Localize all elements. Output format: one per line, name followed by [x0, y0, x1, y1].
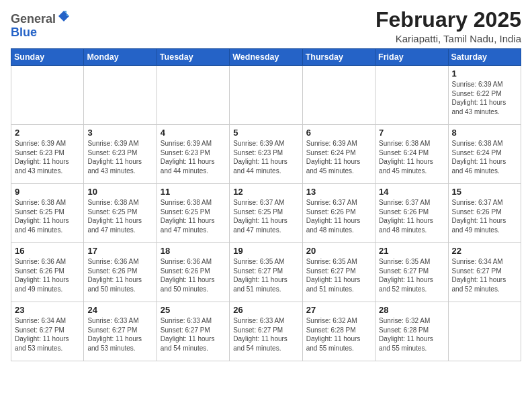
- calendar-cell: 24Sunrise: 6:33 AM Sunset: 6:27 PM Dayli…: [84, 302, 157, 361]
- calendar-cell: 25Sunrise: 6:33 AM Sunset: 6:27 PM Dayli…: [157, 302, 229, 361]
- calendar-cell: 26Sunrise: 6:33 AM Sunset: 6:27 PM Dayli…: [230, 302, 302, 361]
- calendar-cell: 5Sunrise: 6:39 AM Sunset: 6:23 PM Daylig…: [230, 125, 302, 184]
- calendar-table: SundayMondayTuesdayWednesdayThursdayFrid…: [11, 48, 521, 361]
- calendar-cell: 14Sunrise: 6:37 AM Sunset: 6:26 PM Dayli…: [375, 184, 448, 243]
- month-title: February 2025: [375, 8, 521, 32]
- calendar-cell: 7Sunrise: 6:38 AM Sunset: 6:24 PM Daylig…: [375, 125, 448, 184]
- day-number: 13: [306, 187, 371, 197]
- day-info: Sunrise: 6:37 AM Sunset: 6:26 PM Dayligh…: [452, 198, 517, 234]
- day-info: Sunrise: 6:38 AM Sunset: 6:25 PM Dayligh…: [87, 198, 152, 234]
- day-number: 14: [379, 187, 444, 197]
- header: General Blue February 2025 Kariapatti, T…: [11, 8, 521, 44]
- day-info: Sunrise: 6:39 AM Sunset: 6:23 PM Dayligh…: [87, 139, 152, 175]
- day-info: Sunrise: 6:38 AM Sunset: 6:25 PM Dayligh…: [161, 198, 226, 234]
- calendar-cell: 28Sunrise: 6:32 AM Sunset: 6:28 PM Dayli…: [375, 302, 448, 361]
- day-info: Sunrise: 6:39 AM Sunset: 6:23 PM Dayligh…: [233, 139, 298, 175]
- calendar-cell: 22Sunrise: 6:34 AM Sunset: 6:27 PM Dayli…: [448, 243, 521, 302]
- day-info: Sunrise: 6:33 AM Sunset: 6:27 PM Dayligh…: [161, 316, 226, 353]
- day-number: 26: [233, 305, 298, 315]
- day-number: 7: [379, 128, 444, 138]
- day-info: Sunrise: 6:38 AM Sunset: 6:24 PM Dayligh…: [452, 139, 517, 175]
- day-number: 10: [87, 187, 152, 197]
- location-title: Kariapatti, Tamil Nadu, India: [375, 33, 521, 44]
- calendar-cell: 23Sunrise: 6:34 AM Sunset: 6:27 PM Dayli…: [11, 302, 84, 361]
- title-area: February 2025 Kariapatti, Tamil Nadu, In…: [375, 8, 521, 44]
- logo-icon: [57, 9, 71, 23]
- day-number: 11: [161, 187, 226, 197]
- day-header-tuesday: Tuesday: [157, 49, 229, 66]
- day-info: Sunrise: 6:39 AM Sunset: 6:22 PM Dayligh…: [452, 80, 517, 116]
- day-info: Sunrise: 6:37 AM Sunset: 6:26 PM Dayligh…: [379, 198, 444, 234]
- calendar-cell: 15Sunrise: 6:37 AM Sunset: 6:26 PM Dayli…: [448, 184, 521, 243]
- calendar-cell: 19Sunrise: 6:35 AM Sunset: 6:27 PM Dayli…: [230, 243, 302, 302]
- day-number: 17: [87, 246, 152, 256]
- day-header-sunday: Sunday: [11, 49, 84, 66]
- logo-area: General Blue: [11, 8, 71, 40]
- day-header-saturday: Saturday: [448, 49, 521, 66]
- day-number: 8: [452, 128, 517, 138]
- week-row-0: 1Sunrise: 6:39 AM Sunset: 6:22 PM Daylig…: [11, 66, 521, 125]
- week-row-2: 9Sunrise: 6:38 AM Sunset: 6:25 PM Daylig…: [11, 184, 521, 243]
- day-number: 24: [87, 305, 152, 315]
- day-header-monday: Monday: [84, 49, 157, 66]
- day-number: 19: [233, 246, 298, 256]
- logo-general: General: [11, 12, 56, 26]
- calendar-cell: 13Sunrise: 6:37 AM Sunset: 6:26 PM Dayli…: [302, 184, 375, 243]
- day-info: Sunrise: 6:34 AM Sunset: 6:27 PM Dayligh…: [15, 316, 80, 353]
- day-info: Sunrise: 6:33 AM Sunset: 6:27 PM Dayligh…: [87, 316, 152, 353]
- logo-text: General: [11, 11, 71, 26]
- day-number: 25: [161, 305, 226, 315]
- day-number: 4: [161, 128, 226, 138]
- logo-blue-text: Blue: [11, 26, 71, 40]
- day-number: 5: [233, 128, 298, 138]
- day-info: Sunrise: 6:39 AM Sunset: 6:23 PM Dayligh…: [161, 139, 226, 175]
- calendar-cell: 17Sunrise: 6:36 AM Sunset: 6:26 PM Dayli…: [84, 243, 157, 302]
- calendar-cell: [302, 66, 375, 125]
- calendar-cell: 27Sunrise: 6:32 AM Sunset: 6:28 PM Dayli…: [302, 302, 375, 361]
- calendar-cell: [84, 66, 157, 125]
- day-info: Sunrise: 6:32 AM Sunset: 6:28 PM Dayligh…: [379, 316, 444, 353]
- day-header-friday: Friday: [375, 49, 448, 66]
- day-info: Sunrise: 6:37 AM Sunset: 6:26 PM Dayligh…: [306, 198, 371, 234]
- day-number: 12: [233, 187, 298, 197]
- day-number: 1: [452, 68, 517, 79]
- day-info: Sunrise: 6:36 AM Sunset: 6:26 PM Dayligh…: [87, 257, 152, 293]
- week-row-4: 23Sunrise: 6:34 AM Sunset: 6:27 PM Dayli…: [11, 302, 521, 361]
- calendar-cell: 20Sunrise: 6:35 AM Sunset: 6:27 PM Dayli…: [302, 243, 375, 302]
- calendar-cell: 21Sunrise: 6:35 AM Sunset: 6:27 PM Dayli…: [375, 243, 448, 302]
- day-header-thursday: Thursday: [302, 49, 375, 66]
- day-info: Sunrise: 6:36 AM Sunset: 6:26 PM Dayligh…: [15, 257, 80, 293]
- calendar-cell: [230, 66, 302, 125]
- day-info: Sunrise: 6:35 AM Sunset: 6:27 PM Dayligh…: [379, 257, 444, 293]
- day-number: 23: [15, 305, 80, 315]
- calendar-cell: [375, 66, 448, 125]
- day-info: Sunrise: 6:34 AM Sunset: 6:27 PM Dayligh…: [452, 257, 517, 293]
- calendar-cell: 10Sunrise: 6:38 AM Sunset: 6:25 PM Dayli…: [84, 184, 157, 243]
- day-number: 3: [87, 128, 152, 138]
- day-info: Sunrise: 6:38 AM Sunset: 6:24 PM Dayligh…: [379, 139, 444, 175]
- calendar-cell: 6Sunrise: 6:39 AM Sunset: 6:24 PM Daylig…: [302, 125, 375, 184]
- day-info: Sunrise: 6:35 AM Sunset: 6:27 PM Dayligh…: [233, 257, 298, 293]
- day-info: Sunrise: 6:35 AM Sunset: 6:27 PM Dayligh…: [306, 257, 371, 293]
- header-row: SundayMondayTuesdayWednesdayThursdayFrid…: [11, 49, 521, 66]
- day-number: 27: [306, 305, 371, 315]
- calendar-cell: 3Sunrise: 6:39 AM Sunset: 6:23 PM Daylig…: [84, 125, 157, 184]
- calendar-cell: 11Sunrise: 6:38 AM Sunset: 6:25 PM Dayli…: [157, 184, 229, 243]
- day-number: 28: [379, 305, 444, 315]
- day-number: 9: [15, 187, 80, 197]
- day-info: Sunrise: 6:39 AM Sunset: 6:24 PM Dayligh…: [306, 139, 371, 175]
- day-info: Sunrise: 6:32 AM Sunset: 6:28 PM Dayligh…: [306, 316, 371, 353]
- calendar-cell: 1Sunrise: 6:39 AM Sunset: 6:22 PM Daylig…: [448, 66, 521, 125]
- day-number: 6: [306, 128, 371, 138]
- calendar-cell: [157, 66, 229, 125]
- calendar-cell: 4Sunrise: 6:39 AM Sunset: 6:23 PM Daylig…: [157, 125, 229, 184]
- day-number: 15: [452, 187, 517, 197]
- calendar-cell: [11, 66, 84, 125]
- calendar-cell: 2Sunrise: 6:39 AM Sunset: 6:23 PM Daylig…: [11, 125, 84, 184]
- calendar-cell: 9Sunrise: 6:38 AM Sunset: 6:25 PM Daylig…: [11, 184, 84, 243]
- day-info: Sunrise: 6:38 AM Sunset: 6:25 PM Dayligh…: [15, 198, 80, 234]
- day-info: Sunrise: 6:33 AM Sunset: 6:27 PM Dayligh…: [233, 316, 298, 353]
- calendar-cell: 18Sunrise: 6:36 AM Sunset: 6:26 PM Dayli…: [157, 243, 229, 302]
- day-number: 2: [15, 128, 80, 138]
- day-number: 21: [379, 246, 444, 256]
